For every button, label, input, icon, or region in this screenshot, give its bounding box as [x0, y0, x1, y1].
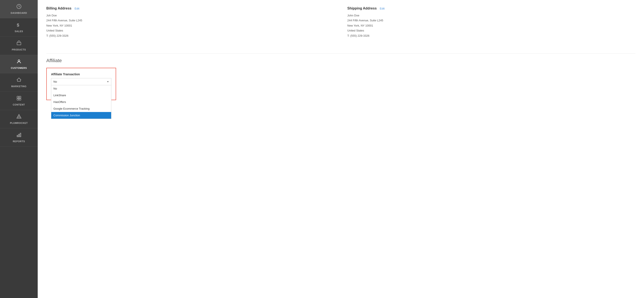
- affiliate-box-label: Affiliate Transaction: [51, 73, 111, 76]
- chevron-down-icon: ▼: [107, 80, 109, 83]
- sidebar: DASHBOARD $ SALES PRODUCTS CUSTOMERS MAR…: [0, 0, 38, 298]
- shipping-address-title: Shipping Address Edit: [348, 7, 636, 10]
- section-divider: [46, 53, 636, 54]
- svg-text:$: $: [17, 23, 20, 27]
- svg-rect-10: [17, 135, 18, 137]
- marketing-icon: [16, 77, 22, 84]
- customers-label: CUSTOMERS: [11, 67, 27, 69]
- billing-address-block: Billing Address Edit Joh Doe 244 Fifth A…: [46, 7, 334, 38]
- dropdown-option-linkshare[interactable]: LinkShare: [51, 92, 111, 99]
- shipping-address-text: John Doe 244 Fifth Avenue, Suite L245 Ne…: [348, 13, 636, 38]
- plumrocket-icon: [16, 114, 22, 120]
- billing-address-text: Joh Doe 244 Fifth Avenue, Suite L245 New…: [46, 13, 334, 38]
- billing-country: United States: [46, 28, 334, 33]
- shipping-name: John Doe: [348, 13, 636, 18]
- affiliate-section-title: Affiliate: [46, 58, 636, 63]
- shipping-address-block: Shipping Address Edit John Doe 244 Fifth…: [348, 7, 636, 38]
- dashboard-icon: [16, 4, 22, 10]
- content-wrapper: Billing Address Edit Joh Doe 244 Fifth A…: [38, 0, 644, 298]
- svg-rect-6: [17, 98, 19, 100]
- dropdown-option-commission-junction[interactable]: Commission Junction: [51, 112, 111, 119]
- plumrocket-label: PLUMROCKET: [10, 122, 28, 124]
- svg-rect-12: [20, 133, 21, 137]
- affiliate-dropdown-container: No ▼ No LinkShare HasOffers Google Ecomm…: [51, 78, 111, 85]
- svg-point-3: [18, 60, 20, 62]
- sidebar-item-marketing[interactable]: MARKETING: [0, 73, 38, 92]
- shipping-edit-link[interactable]: Edit: [380, 7, 384, 10]
- affiliate-dropdown-list: No LinkShare HasOffers Google Ecommerce …: [51, 85, 111, 119]
- billing-address-title: Billing Address Edit: [46, 7, 334, 10]
- billing-name: Joh Doe: [46, 13, 334, 18]
- products-icon: [16, 41, 22, 47]
- sidebar-item-plumrocket[interactable]: PLUMROCKET: [0, 110, 38, 128]
- affiliate-dropdown-selected[interactable]: No ▼: [51, 78, 111, 85]
- affiliate-box: Affiliate Transaction No ▼ No LinkShare …: [46, 68, 116, 100]
- content-label: CONTENT: [13, 103, 25, 106]
- sidebar-item-customers[interactable]: CUSTOMERS: [0, 55, 38, 73]
- billing-edit-link[interactable]: Edit: [74, 7, 79, 10]
- dropdown-option-google[interactable]: Google Ecommerce Tracking: [51, 105, 111, 112]
- reports-label: REPORTS: [13, 140, 25, 143]
- sidebar-item-products[interactable]: PRODUCTS: [0, 37, 38, 55]
- sidebar-item-sales[interactable]: $ SALES: [0, 18, 38, 37]
- dashboard-label: DASHBOARD: [11, 12, 27, 14]
- svg-rect-7: [19, 98, 21, 100]
- sidebar-item-reports[interactable]: REPORTS: [0, 128, 38, 147]
- billing-phone: T: (555) 229-3326: [46, 33, 334, 38]
- customers-icon: [16, 59, 22, 65]
- shipping-street: 244 Fifth Avenue, Suite L245: [348, 18, 636, 23]
- svg-rect-2: [17, 42, 21, 45]
- sidebar-item-dashboard[interactable]: DASHBOARD: [0, 0, 38, 18]
- shipping-phone: T: (555) 229-3326: [348, 33, 636, 38]
- shipping-city: New York, NY 10001: [348, 23, 636, 28]
- affiliate-selected-value: No: [54, 80, 57, 83]
- reports-icon: [16, 132, 22, 139]
- dropdown-option-no[interactable]: No: [51, 85, 111, 92]
- sales-label: SALES: [15, 30, 23, 33]
- billing-street: 244 Fifth Avenue, Suite L245: [46, 18, 334, 23]
- billing-city: New York, NY 10001: [46, 23, 334, 28]
- sidebar-item-content[interactable]: CONTENT: [0, 92, 38, 110]
- dropdown-option-hasoffers[interactable]: HasOffers: [51, 99, 111, 105]
- sales-icon: $: [16, 22, 22, 29]
- products-label: PRODUCTS: [12, 48, 26, 51]
- address-section: Billing Address Edit Joh Doe 244 Fifth A…: [46, 7, 636, 45]
- svg-rect-4: [17, 96, 19, 98]
- main-content: Billing Address Edit Joh Doe 244 Fifth A…: [38, 0, 644, 298]
- content-icon: [16, 96, 22, 102]
- svg-rect-5: [19, 96, 21, 98]
- shipping-country: United States: [348, 28, 636, 33]
- marketing-label: MARKETING: [11, 85, 26, 88]
- svg-rect-11: [18, 134, 20, 137]
